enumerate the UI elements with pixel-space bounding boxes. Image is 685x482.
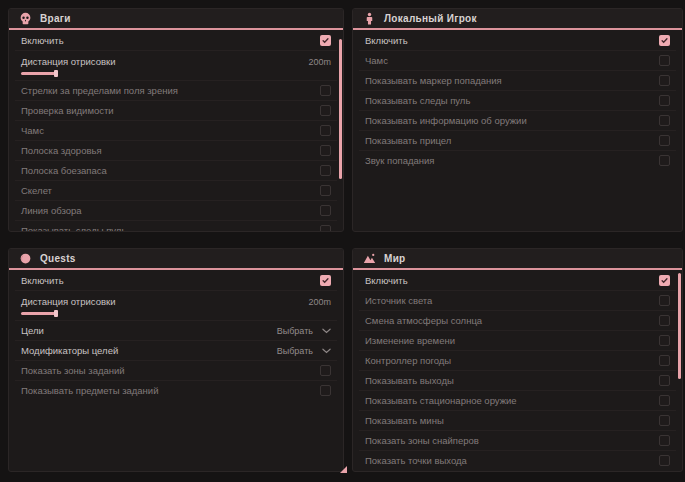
setting-row-toggle[interactable]: Чамс [359, 50, 676, 70]
setting-row-toggle[interactable]: Стрелки за пределами поля зрения [15, 80, 337, 100]
panel-title: Враги [40, 13, 71, 24]
setting-row-toggle[interactable]: Полоска здоровья [15, 140, 337, 160]
setting-label: Дистанция отрисовки [21, 296, 115, 307]
panel-header[interactable]: Враги [9, 9, 343, 30]
setting-label: Показывать следы пуль [365, 95, 470, 106]
setting-label: Звук попадания [365, 155, 435, 166]
setting-label: Контроллер погоды [365, 355, 451, 366]
panel-header[interactable]: Мир [353, 249, 682, 270]
panel-title: Мир [384, 253, 406, 264]
setting-row-toggle[interactable]: Включить [15, 270, 337, 290]
setting-row-toggle[interactable]: Показывать маркер попадания [359, 70, 676, 90]
checkbox[interactable] [659, 35, 670, 46]
checkbox[interactable] [659, 335, 670, 346]
checkbox[interactable] [320, 365, 331, 376]
setting-label: Показывать предметы заданий [21, 385, 158, 396]
checkbox[interactable] [320, 225, 331, 232]
setting-row-toggle[interactable]: Показывать выходы [359, 370, 676, 390]
scrollbar[interactable] [678, 273, 681, 379]
setting-row-toggle[interactable]: Показывать следы пуль [359, 90, 676, 110]
checkbox[interactable] [659, 395, 670, 406]
chevron-down-icon [322, 328, 331, 334]
setting-label: Показывать стационарное оружие [365, 395, 517, 406]
setting-row-toggle[interactable]: Включить [359, 30, 676, 50]
setting-label: Показывать информацию об оружии [365, 115, 527, 126]
setting-row-toggle[interactable]: Смена атмосферы солнца [359, 310, 676, 330]
panel-quests: Quests ВключитьДистанция отрисовки200mЦе… [8, 248, 344, 472]
slider[interactable] [21, 70, 331, 77]
setting-row-toggle[interactable]: Звук попадания [359, 150, 676, 170]
setting-row-toggle[interactable]: Включить [359, 270, 676, 290]
setting-label: Цели [21, 325, 44, 336]
checkbox[interactable] [320, 185, 331, 196]
checkbox[interactable] [659, 115, 670, 126]
setting-label: Источник света [365, 295, 432, 306]
panel-header[interactable]: Локальный Игрок [353, 9, 682, 30]
panel-header[interactable]: Quests [9, 249, 343, 270]
setting-label: Смена атмосферы солнца [365, 315, 482, 326]
setting-row-toggle[interactable]: Чамс [15, 120, 337, 140]
checkbox[interactable] [659, 455, 670, 466]
scrollbar[interactable] [339, 39, 342, 179]
setting-row-toggle[interactable]: Включить [15, 30, 337, 50]
setting-row-toggle[interactable]: Источник света [359, 290, 676, 310]
setting-row-toggle[interactable]: Показывать предметы заданий [15, 380, 337, 400]
slider[interactable] [21, 310, 331, 317]
setting-row-toggle[interactable]: Показывать прицел [359, 130, 676, 150]
setting-row-toggle[interactable]: Показать зоны заданий [15, 360, 337, 380]
setting-row-toggle[interactable]: Показать зоны снайперов [359, 430, 676, 450]
setting-label: Полоска здоровья [21, 145, 102, 156]
checkbox[interactable] [659, 155, 670, 166]
checkbox[interactable] [659, 75, 670, 86]
dropdown[interactable]: Выбрать [277, 346, 331, 356]
checkbox[interactable] [320, 105, 331, 116]
checkbox[interactable] [659, 275, 670, 286]
setting-row-toggle[interactable]: Проверка видимости [15, 100, 337, 120]
setting-row-toggle[interactable]: Скелет [15, 180, 337, 200]
checkbox[interactable] [320, 385, 331, 396]
checkbox[interactable] [659, 415, 670, 426]
setting-row-toggle[interactable]: Показывать информацию об оружии [359, 110, 676, 130]
checkbox[interactable] [320, 125, 331, 136]
setting-row-toggle[interactable]: Изменение времени [359, 330, 676, 350]
panel-body: ВключитьДистанция отрисовки200mЦелиВыбра… [9, 270, 343, 400]
checkbox[interactable] [659, 95, 670, 106]
setting-label: Чамс [21, 125, 44, 136]
slider-handle[interactable] [54, 310, 58, 317]
setting-row-toggle[interactable]: Линия обзора [15, 200, 337, 220]
checkbox[interactable] [320, 145, 331, 156]
checkbox[interactable] [320, 35, 331, 46]
checkbox[interactable] [320, 85, 331, 96]
checkbox[interactable] [320, 275, 331, 286]
chevron-down-icon [322, 348, 331, 354]
panel-body: ВключитьИсточник светаСмена атмосферы со… [353, 270, 682, 470]
checkbox[interactable] [659, 135, 670, 146]
setting-label: Проверка видимости [21, 105, 114, 116]
setting-row-slider: Дистанция отрисовки200m [15, 290, 337, 320]
panel-world: Мир ВключитьИсточник светаСмена атмосфер… [352, 248, 683, 472]
checkbox[interactable] [659, 295, 670, 306]
dropdown[interactable]: Выбрать [277, 326, 331, 336]
setting-label: Скелет [21, 185, 52, 196]
resize-grip-icon[interactable] [340, 466, 347, 473]
setting-row-toggle[interactable]: Показать точки выхода [359, 450, 676, 470]
checkbox[interactable] [659, 315, 670, 326]
checkbox[interactable] [659, 435, 670, 446]
checkbox[interactable] [659, 355, 670, 366]
setting-row-toggle[interactable]: Полоска боезапаса [15, 160, 337, 180]
setting-label: Показывать выходы [365, 375, 454, 386]
setting-label: Показывать прицел [365, 135, 451, 146]
dropdown-value: Выбрать [277, 326, 313, 336]
setting-row-toggle[interactable]: Контроллер погоды [359, 350, 676, 370]
setting-row-toggle[interactable]: Показывать следы пуль [15, 220, 337, 232]
checkbox[interactable] [320, 205, 331, 216]
checkbox[interactable] [659, 55, 670, 66]
setting-label: Стрелки за пределами поля зрения [21, 85, 178, 96]
setting-row-toggle[interactable]: Показывать мины [359, 410, 676, 430]
setting-label: Чамс [365, 55, 388, 66]
checkbox[interactable] [320, 165, 331, 176]
checkbox[interactable] [659, 375, 670, 386]
slider-handle[interactable] [54, 70, 58, 77]
setting-label: Изменение времени [365, 335, 455, 346]
setting-row-toggle[interactable]: Показывать стационарное оружие [359, 390, 676, 410]
